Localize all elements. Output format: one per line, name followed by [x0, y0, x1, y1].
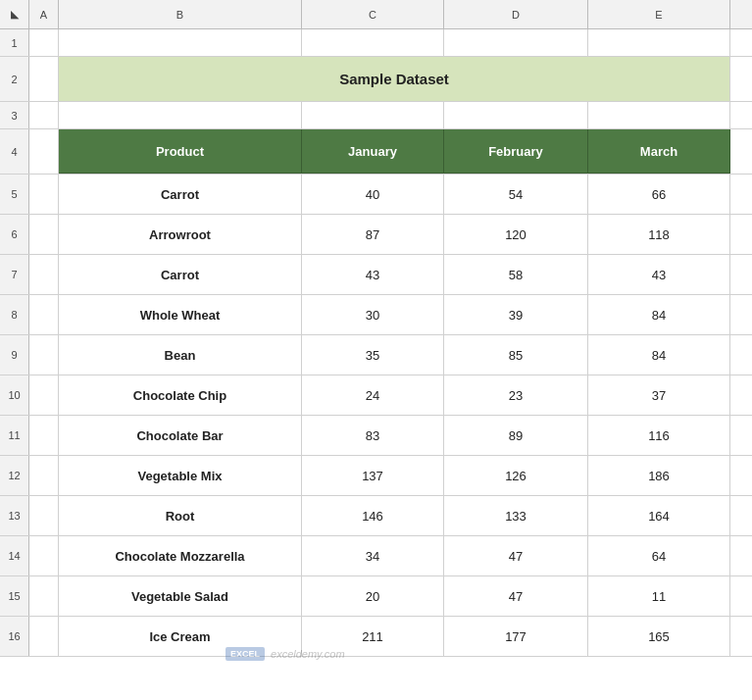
cell-d12[interactable]: 126 [444, 456, 588, 495]
cell-e3[interactable] [588, 102, 730, 128]
cell-b9[interactable]: Bean [59, 335, 302, 375]
cell-a3[interactable] [29, 102, 59, 128]
cell-c14[interactable]: 34 [302, 536, 444, 575]
cell-a15[interactable] [29, 576, 59, 616]
cell-a12[interactable] [29, 456, 59, 495]
cell-c15[interactable]: 20 [302, 576, 444, 616]
cell-e8[interactable]: 84 [588, 295, 730, 334]
cell-e11[interactable]: 116 [588, 416, 730, 455]
header-february[interactable]: February [444, 129, 588, 174]
cell-e12[interactable]: 186 [588, 456, 730, 495]
cell-e1[interactable] [588, 29, 730, 56]
cell-d9[interactable]: 85 [444, 335, 588, 375]
cell-a7[interactable] [29, 255, 59, 294]
cell-e6[interactable]: 118 [588, 215, 730, 254]
cell-b15[interactable]: Vegetable Salad [59, 576, 302, 616]
cell-a13[interactable] [29, 496, 59, 535]
row-num-1: 1 [0, 29, 29, 56]
cell-b16[interactable]: Ice Cream [59, 617, 302, 656]
col-header-c[interactable]: C [302, 0, 444, 28]
cell-c10[interactable]: 24 [302, 375, 444, 415]
cell-a5[interactable] [29, 175, 59, 214]
row-15: 15 Vegetable Salad 20 47 11 [0, 576, 752, 617]
row-6: 6 Arrowroot 87 120 118 [0, 215, 752, 255]
cell-c5[interactable]: 40 [302, 175, 444, 214]
col-header-e[interactable]: E [588, 0, 730, 28]
header-product[interactable]: Product [59, 129, 302, 174]
cell-d11[interactable]: 89 [444, 416, 588, 455]
cell-b13[interactable]: Root [59, 496, 302, 535]
cell-d10[interactable]: 23 [444, 375, 588, 415]
col-header-a[interactable]: A [29, 0, 59, 28]
cell-e16[interactable]: 165 [588, 617, 730, 656]
cell-c13[interactable]: 146 [302, 496, 444, 535]
cell-b11[interactable]: Chocolate Bar [59, 416, 302, 455]
cell-c12[interactable]: 137 [302, 456, 444, 495]
cell-a11[interactable] [29, 416, 59, 455]
cell-c6[interactable]: 87 [302, 215, 444, 254]
cell-e15[interactable]: 11 [588, 576, 730, 616]
cell-b12[interactable]: Vegetable Mix [59, 456, 302, 495]
cell-a14[interactable] [29, 536, 59, 575]
cell-d14[interactable]: 47 [444, 536, 588, 575]
col-header-d[interactable]: D [444, 0, 588, 28]
cell-d3[interactable] [444, 102, 588, 128]
cell-c11[interactable]: 83 [302, 416, 444, 455]
row-num-14: 14 [0, 536, 29, 575]
cell-a6[interactable] [29, 215, 59, 254]
cell-c7[interactable]: 43 [302, 255, 444, 294]
row-12: 12 Vegetable Mix 137 126 186 [0, 456, 752, 496]
cell-c16[interactable]: 211 [302, 617, 444, 656]
cell-d7[interactable]: 58 [444, 255, 588, 294]
cell-b3[interactable] [59, 102, 302, 128]
cell-b5[interactable]: Carrot [59, 175, 302, 214]
row-num-16: 16 [0, 617, 29, 656]
row-num-13: 13 [0, 496, 29, 535]
cell-a2[interactable] [29, 57, 59, 101]
cell-a9[interactable] [29, 335, 59, 375]
cell-d6[interactable]: 120 [444, 215, 588, 254]
row-10: 10 Chocolate Chip 24 23 37 [0, 375, 752, 416]
title-cell[interactable]: Sample Dataset [59, 57, 730, 101]
column-headers: ◣ A B C D E [0, 0, 752, 29]
cell-b6[interactable]: Arrowroot [59, 215, 302, 254]
cell-d5[interactable]: 54 [444, 175, 588, 214]
cell-e13[interactable]: 164 [588, 496, 730, 535]
cell-d15[interactable]: 47 [444, 576, 588, 616]
cell-b8[interactable]: Whole Wheat [59, 295, 302, 334]
cell-c1[interactable] [302, 29, 444, 56]
row-num-8: 8 [0, 295, 29, 334]
cell-b1[interactable] [59, 29, 302, 56]
row-3: 3 [0, 102, 752, 129]
cell-a16[interactable] [29, 617, 59, 656]
cell-b7[interactable]: Carrot [59, 255, 302, 294]
cell-e7[interactable]: 43 [588, 255, 730, 294]
cell-e5[interactable]: 66 [588, 175, 730, 214]
header-january[interactable]: January [302, 129, 444, 174]
cell-c3[interactable] [302, 102, 444, 128]
row-1: 1 [0, 29, 752, 57]
row-16: 16 Ice Cream 211 177 165 [0, 617, 752, 657]
corner-header: ◣ [0, 0, 29, 28]
cell-d16[interactable]: 177 [444, 617, 588, 656]
cell-d1[interactable] [444, 29, 588, 56]
cell-a8[interactable] [29, 295, 59, 334]
header-march[interactable]: March [588, 129, 730, 174]
cell-c9[interactable]: 35 [302, 335, 444, 375]
cell-e14[interactable]: 64 [588, 536, 730, 575]
row-2: 2 Sample Dataset [0, 57, 752, 102]
row-num-9: 9 [0, 335, 29, 375]
row-7: 7 Carrot 43 58 43 [0, 255, 752, 295]
cell-b14[interactable]: Chocolate Mozzarella [59, 536, 302, 575]
cell-a1[interactable] [29, 29, 59, 56]
cell-d8[interactable]: 39 [444, 295, 588, 334]
col-header-b[interactable]: B [59, 0, 302, 28]
cell-a10[interactable] [29, 375, 59, 415]
cell-d13[interactable]: 133 [444, 496, 588, 535]
cell-e10[interactable]: 37 [588, 375, 730, 415]
sheet-body: 1 2 Sample Dataset 3 4 Product J [0, 29, 752, 657]
cell-e9[interactable]: 84 [588, 335, 730, 375]
cell-b10[interactable]: Chocolate Chip [59, 375, 302, 415]
cell-a4[interactable] [29, 129, 59, 174]
cell-c8[interactable]: 30 [302, 295, 444, 334]
